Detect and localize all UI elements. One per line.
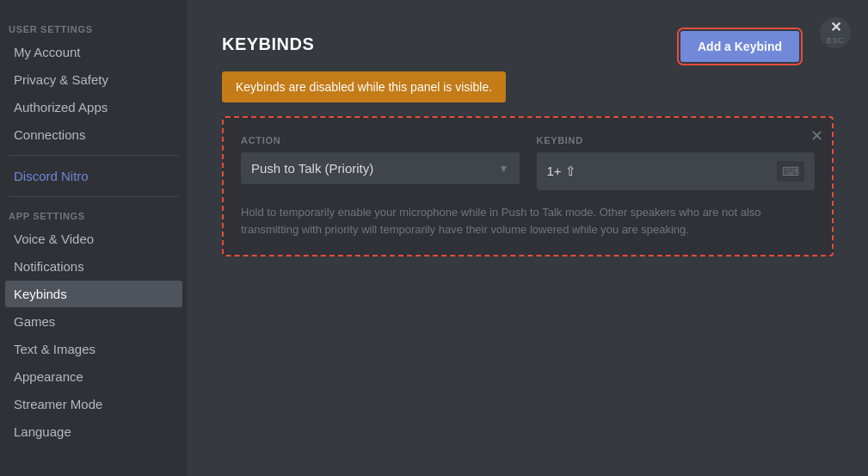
sidebar-item-streamer-mode[interactable]: Streamer Mode	[5, 391, 182, 417]
keybind-columns: ACTION Push to Talk (Priority) Push to T…	[241, 135, 815, 190]
sidebar-item-my-account[interactable]: My Account	[5, 39, 182, 65]
main-content: KEYBINDS Keybinds are disabled while thi…	[188, 0, 868, 476]
sidebar-item-voice-video[interactable]: Voice & Video	[5, 226, 182, 252]
sidebar: USER SETTINGS My Account Privacy & Safet…	[0, 0, 188, 476]
sidebar-item-keybinds[interactable]: Keybinds	[5, 281, 182, 307]
keybind-column: KEYBIND 1+ ⇧ ⌨	[537, 135, 816, 190]
keybind-description: Hold to temporarily enable your micropho…	[241, 204, 815, 238]
sidebar-item-discord-nitro[interactable]: Discord Nitro	[5, 163, 182, 189]
action-select[interactable]: Push to Talk (Priority) Push to Talk Tog…	[241, 152, 520, 184]
sidebar-item-notifications[interactable]: Notifications	[5, 253, 182, 280]
sidebar-item-connections[interactable]: Connections	[5, 121, 182, 148]
top-controls: Keybinds are disabled while this panel i…	[222, 71, 834, 116]
sidebar-item-language[interactable]: Language	[5, 418, 182, 445]
sidebar-divider-2	[9, 196, 179, 197]
close-x-icon: ✕	[830, 21, 841, 34]
action-column: ACTION Push to Talk (Priority) Push to T…	[241, 135, 520, 190]
user-settings-section-label: USER SETTINGS	[0, 17, 188, 38]
keybind-column-label: KEYBIND	[537, 135, 816, 145]
esc-close-button[interactable]: ✕ ESC	[820, 17, 851, 48]
action-column-label: ACTION	[241, 135, 520, 145]
esc-label: ESC	[827, 36, 844, 45]
sidebar-item-privacy-safety[interactable]: Privacy & Safety	[5, 66, 182, 93]
keybind-card-close-icon[interactable]: ✕	[810, 127, 823, 145]
sidebar-item-authorized-apps[interactable]: Authorized Apps	[5, 94, 182, 121]
sidebar-divider-1	[9, 155, 179, 156]
keybinds-warning-banner: Keybinds are disabled while this panel i…	[222, 71, 506, 102]
sidebar-item-games[interactable]: Games	[5, 308, 182, 335]
keyboard-icon[interactable]: ⌨	[777, 161, 804, 182]
action-select-wrapper: Push to Talk (Priority) Push to Talk Tog…	[241, 152, 520, 184]
warning-text: Keybinds are disabled while this panel i…	[236, 80, 492, 94]
add-keybind-button[interactable]: Add a Keybind	[680, 31, 799, 62]
sidebar-item-appearance[interactable]: Appearance	[5, 363, 182, 390]
keybind-card: ✕ ACTION Push to Talk (Priority) Push to…	[222, 116, 834, 257]
sidebar-item-text-images[interactable]: Text & Images	[5, 336, 182, 362]
keybind-keys-value: 1+ ⇧	[547, 164, 576, 179]
app-settings-section-label: APP SETTINGS	[0, 204, 188, 225]
keybind-display: 1+ ⇧ ⌨	[537, 152, 816, 190]
